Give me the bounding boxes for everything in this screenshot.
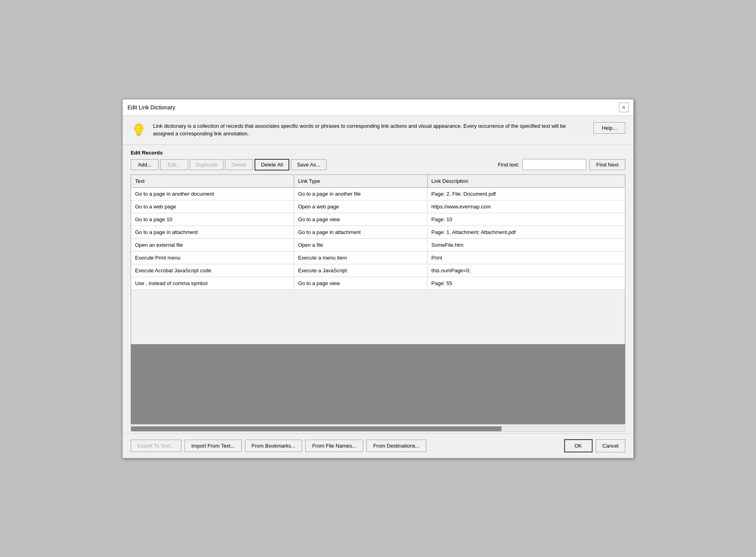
add-button[interactable]: Add... [131,159,159,170]
delete-button[interactable]: Delete [225,159,253,170]
scrollbar-thumb[interactable] [131,426,501,431]
cell-link_type: Go to a page in another file [294,188,428,200]
footer-section: Export To Text... Import From Text... Fr… [123,433,633,458]
svg-line-5 [135,124,135,125]
cell-link_type: Execute a menu item [294,252,428,264]
edit-records-label: Edit Records [131,150,625,156]
table-row[interactable]: Go to a page 10Go to a page viewPage: 10 [131,213,625,226]
header-description: Link dictionary is a collection of recor… [153,122,587,138]
cell-link_type: Go to a page view [294,277,428,289]
cell-link_description: Print [428,252,625,264]
export-to-text-button[interactable]: Export To Text... [131,440,181,452]
table-row[interactable]: Open an external fileOpen a fileSomeFile… [131,239,625,252]
cell-link_type: Execute a JavaScript [294,264,428,277]
dialog-title: Edit Link Dictionary [127,104,175,111]
cell-link_description: Page: 2, File: Document.pdf [428,188,625,200]
cell-text: Go to a web page [131,200,294,213]
footer-right: OK Cancel [564,439,625,452]
cell-link_description: Page: 55 [428,277,625,289]
cell-link_description: this.numPage=0; [428,264,625,277]
cancel-button[interactable]: Cancel [596,439,625,452]
svg-rect-2 [137,135,140,136]
cell-text: Execute Acrobat JavaScript code [131,264,294,277]
lightbulb-icon [131,122,147,138]
svg-line-4 [142,124,143,125]
ok-button[interactable]: OK [564,439,593,452]
edit-link-dictionary-dialog: Edit Link Dictionary × Link dictionary i… [122,99,634,458]
cell-link_description: Page: 10 [428,213,625,226]
table-header: Text Link Type Link Description [131,175,625,188]
cell-link_type: Go to a page view [294,213,428,226]
cell-text: Go to a page in attachment [131,226,294,238]
from-bookmarks-button[interactable]: From Bookmarks... [245,440,302,452]
column-header-link-type: Link Type [294,175,428,187]
find-next-button[interactable]: Find Next [589,159,625,170]
cell-text: Go to a page in another document [131,188,294,200]
toolbar: Add... Edit... Duplicate Delete Delete A… [131,159,625,174]
cell-link_type: Open a file [294,239,428,251]
cell-link_description: SomeFile.htm [428,239,625,251]
cell-link_description: Page: 1, Attachment: Attachment.pdf [428,226,625,238]
cell-text: Use , instead of comma symbol [131,277,294,289]
cell-text: Open an external file [131,239,294,251]
cell-link_type: Go to a page in attachment [294,226,428,238]
help-button[interactable]: Help... [593,122,625,134]
column-header-text: Text [131,175,294,187]
edit-button[interactable]: Edit... [160,159,188,170]
table-row[interactable]: Execute Acrobat JavaScript codeExecute a… [131,264,625,277]
find-group: Find text: Find Next [498,159,625,170]
table-row[interactable]: Go to a page in attachmentGo to a page i… [131,226,625,239]
table-row[interactable]: Go to a page in another documentGo to a … [131,188,625,200]
table-empty-area [131,344,625,424]
save-as-button[interactable]: Save As... [291,159,326,170]
column-header-link-description: Link Description [428,175,625,187]
table-body: Go to a page in another documentGo to a … [131,188,625,344]
from-destinations-button[interactable]: From Destinations... [366,440,426,452]
cell-text: Go to a page 10 [131,213,294,226]
cell-link_description: https://www.evermap.com [428,200,625,213]
header-section: Link dictionary is a collection of recor… [123,116,633,145]
svg-rect-1 [137,134,141,135]
table-container: Text Link Type Link Description Go to a … [131,174,625,424]
scrollbar-area[interactable] [131,426,625,432]
table-row[interactable]: Go to a web pageOpen a web pagehttps://w… [131,200,625,213]
table-row[interactable]: Execute Print menuExecute a menu itemPri… [131,252,625,264]
table-row[interactable]: Use , instead of comma symbolGo to a pag… [131,277,625,290]
from-file-names-button[interactable]: From File Names... [305,440,363,452]
cell-link_type: Open a web page [294,200,428,213]
close-button[interactable]: × [619,103,629,112]
find-text-label: Find text: [498,162,519,168]
cell-text: Execute Print menu [131,252,294,264]
title-bar: Edit Link Dictionary × [123,99,633,116]
import-from-text-button[interactable]: Import From Text... [185,440,242,452]
find-input[interactable] [522,159,586,170]
edit-records-section: Edit Records Add... Edit... Duplicate De… [123,145,633,174]
delete-all-button[interactable]: Delete All [255,159,289,170]
duplicate-button[interactable]: Duplicate [190,159,223,170]
